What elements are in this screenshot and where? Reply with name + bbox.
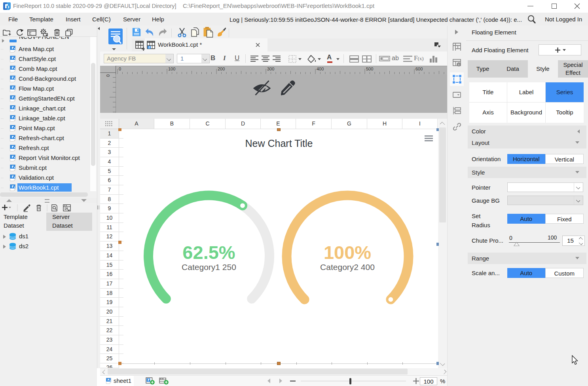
svg-text:600: 600 <box>415 67 423 71</box>
svg-text:200: 200 <box>218 67 225 71</box>
svg-text:500: 500 <box>366 67 373 71</box>
svg-text:400: 400 <box>317 67 324 71</box>
svg-text:100: 100 <box>168 67 175 71</box>
svg-text:0: 0 <box>119 67 121 71</box>
svg-text:300: 300 <box>267 67 274 71</box>
